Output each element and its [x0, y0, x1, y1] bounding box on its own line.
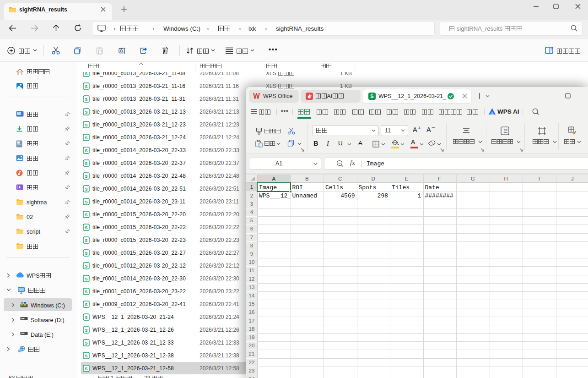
svg-text:S: S [85, 302, 87, 307]
svg-text:S: S [85, 84, 87, 89]
svg-text:S: S [85, 251, 87, 256]
svg-text:S: S [85, 122, 87, 127]
svg-text:S: S [85, 263, 87, 268]
svg-text:S: S [85, 289, 87, 294]
svg-text:S: S [85, 135, 87, 140]
svg-text:S: S [370, 93, 373, 99]
svg-text:S: S [85, 353, 87, 358]
svg-text:S: S [85, 328, 87, 333]
svg-text:S: S [85, 315, 87, 320]
svg-text:S: S [85, 186, 87, 192]
svg-text:S: S [85, 225, 87, 230]
svg-text:S: S [85, 276, 87, 281]
svg-text:S: S [85, 238, 87, 243]
svg-text:S: S [85, 174, 87, 179]
svg-text:S: S [85, 340, 87, 345]
svg-text:S: S [85, 97, 87, 102]
svg-text:S: S [85, 110, 87, 115]
svg-text:S: S [85, 212, 87, 217]
svg-text:S: S [85, 161, 87, 166]
svg-text:S: S [85, 199, 87, 204]
svg-text:S: S [85, 148, 87, 153]
svg-text:S: S [85, 366, 87, 371]
